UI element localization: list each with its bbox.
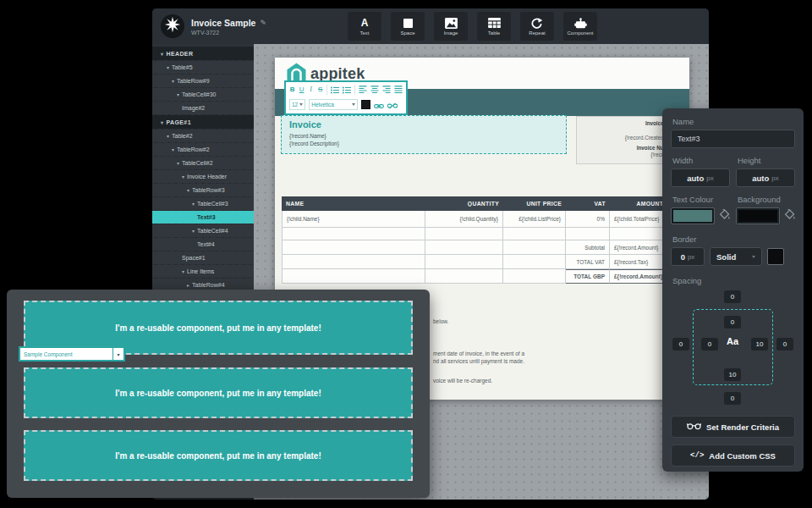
toolbar-button-repeat[interactable]: Repeat — [520, 12, 554, 41]
footer-text-fragment[interactable]: below. — [433, 318, 448, 324]
align-center-icon[interactable] — [370, 82, 379, 97]
text-color-swatch[interactable] — [361, 100, 370, 109]
align-right-icon[interactable] — [382, 82, 391, 97]
tree-item-tablerow-2[interactable]: ▾TableRow#2 — [152, 143, 254, 156]
tree-item-tablecell-30[interactable]: ▾TableCell#30 — [152, 88, 254, 101]
table-cell[interactable] — [282, 228, 425, 240]
tree-item-tablecell-3[interactable]: ▾TableCell#3 — [152, 197, 254, 210]
align-justify-icon[interactable] — [394, 82, 403, 97]
list-ul-icon[interactable] — [331, 82, 339, 97]
table-header-cell[interactable]: QUANTITY — [425, 201, 503, 207]
tree-item-header[interactable]: ▾HEADER — [152, 47, 254, 60]
chevron-down-icon[interactable]: ▾ — [177, 91, 179, 97]
tree-item-table-5[interactable]: ▾Table#5 — [152, 61, 254, 74]
tree-item-image-2[interactable]: Image#2 — [152, 102, 254, 114]
toolbar-button-image[interactable]: Image — [434, 12, 468, 41]
fill-bucket-icon[interactable] — [784, 208, 795, 224]
tree-item-tablecell-4[interactable]: ▾TableCell#4 — [152, 224, 254, 237]
selected-text-element[interactable]: Invoice {!record.Name} {!record Descript… — [281, 115, 567, 154]
width-input[interactable]: autopx — [671, 168, 730, 187]
tree-item-text-3[interactable]: Text#3 — [152, 211, 254, 224]
footer-text-fragment[interactable]: nd all services until payment is made. — [433, 358, 524, 364]
tree-item-invoice-header[interactable]: ▾Invoice Header — [152, 170, 254, 183]
strikethrough-button[interactable]: S — [317, 86, 323, 93]
table-cell[interactable] — [503, 255, 566, 269]
padding-left-input[interactable]: 0 — [701, 338, 718, 351]
padding-top-input[interactable]: 0 — [724, 316, 741, 329]
font-family-select[interactable]: Helvetica — [309, 99, 358, 110]
background-swatch[interactable] — [736, 207, 780, 224]
table-cell[interactable] — [425, 269, 503, 284]
border-style-select[interactable]: Solid — [710, 247, 762, 266]
text-colour-swatch[interactable] — [671, 207, 715, 224]
chevron-down-icon[interactable]: ▾ — [177, 160, 179, 166]
table-cell[interactable] — [425, 255, 503, 269]
toolbar-button-component[interactable]: Component — [563, 12, 597, 41]
margin-left-input[interactable]: 0 — [672, 338, 689, 351]
chevron-down-icon[interactable]: ▾ — [192, 201, 195, 207]
tree-item-line-items[interactable]: ▾Line Items — [152, 265, 254, 278]
unlink-icon[interactable] — [387, 97, 398, 113]
chevron-right-icon[interactable]: ▸ — [187, 282, 189, 288]
tree-item-table-2[interactable]: ▾Table#2 — [152, 130, 254, 142]
sample-component-select[interactable]: Sample Component ▾ — [19, 346, 125, 362]
tree-item-tablerow-3[interactable]: ▾TableRow#3 — [152, 184, 254, 196]
tree-item-page-1[interactable]: ▾PAGE#1 — [152, 115, 254, 129]
add-custom-css-button[interactable]: </> Add Custom CSS — [671, 444, 795, 467]
tree-item-tablerow-9[interactable]: ▾TableRow#9 — [152, 75, 254, 87]
height-input[interactable]: autopx — [736, 168, 795, 187]
chevron-down-icon[interactable]: ▾ — [161, 51, 163, 57]
table-cell[interactable] — [425, 228, 503, 240]
padding-right-input[interactable]: 10 — [751, 338, 768, 351]
tree-item-space-1[interactable]: Space#1 — [152, 251, 254, 264]
edit-title-pencil-icon[interactable]: ✎ — [260, 19, 266, 27]
list-ol-icon[interactable] — [343, 82, 351, 97]
toolbar-button-table[interactable]: Table — [477, 12, 511, 41]
table-header-cell[interactable]: NAME — [282, 201, 425, 207]
footer-text-fragment[interactable]: ment date of invoice, in the event of a — [433, 351, 524, 356]
chevron-down-icon[interactable]: ▾ — [192, 228, 195, 234]
reusable-component-banner[interactable]: I'm a re-usable component, put me in any… — [24, 430, 413, 481]
link-icon[interactable] — [374, 97, 384, 113]
align-left-icon[interactable] — [359, 82, 367, 97]
font-size-select[interactable]: 12 — [289, 99, 305, 110]
chevron-down-icon[interactable]: ▾ — [187, 187, 189, 193]
tree-item-tablecell-2[interactable]: ▾TableCell#2 — [152, 157, 254, 169]
padding-bottom-input[interactable]: 10 — [724, 368, 741, 381]
italic-button[interactable]: I — [308, 86, 314, 93]
chevron-down-icon[interactable]: ▾ — [182, 174, 184, 179]
footer-text-fragment[interactable]: voice will be re-charged. — [433, 378, 492, 384]
table-cell[interactable] — [282, 240, 425, 255]
fill-bucket-icon[interactable] — [719, 208, 730, 224]
table-cell[interactable] — [282, 255, 425, 269]
name-input[interactable]: Text#3 — [671, 130, 795, 148]
table-cell[interactable]: {!child.Name} — [282, 211, 425, 228]
summary-label-cell[interactable]: Subtotal — [566, 240, 610, 255]
table-header-cell[interactable]: VAT — [566, 201, 610, 207]
set-render-criteria-button[interactable]: Set Render Criteria — [671, 416, 795, 438]
chevron-down-icon[interactable]: ▾ — [172, 146, 174, 152]
table-cell[interactable] — [503, 228, 566, 240]
summary-label-cell[interactable]: TOTAL VAT — [566, 255, 610, 269]
underline-button[interactable]: U — [299, 86, 304, 93]
chevron-down-icon[interactable]: ▾ — [172, 78, 174, 84]
margin-top-input[interactable]: 0 — [724, 290, 741, 303]
table-cell[interactable] — [503, 269, 566, 284]
chevron-down-icon[interactable]: ▾ — [182, 268, 184, 274]
border-width-input[interactable]: 0px — [671, 247, 705, 266]
table-cell[interactable] — [425, 240, 503, 255]
bold-button[interactable]: B — [289, 86, 295, 93]
table-cell[interactable] — [566, 228, 610, 240]
margin-right-input[interactable]: 0 — [776, 338, 793, 351]
margin-bottom-input[interactable]: 0 — [724, 392, 741, 405]
table-header-cell[interactable]: UNIT PRICE — [503, 201, 566, 207]
chevron-down-icon[interactable]: ▾ — [167, 133, 169, 139]
chevron-down-icon[interactable]: ▾ — [167, 64, 169, 70]
table-cell[interactable]: 0% — [566, 211, 610, 228]
table-cell[interactable] — [503, 240, 566, 255]
table-cell[interactable] — [282, 269, 425, 284]
table-cell[interactable]: {!child.Quantity} — [425, 211, 503, 228]
toolbar-button-text[interactable]: AText — [348, 12, 381, 41]
border-colour-swatch[interactable] — [767, 248, 784, 265]
toolbar-button-space[interactable]: Space — [391, 12, 425, 41]
